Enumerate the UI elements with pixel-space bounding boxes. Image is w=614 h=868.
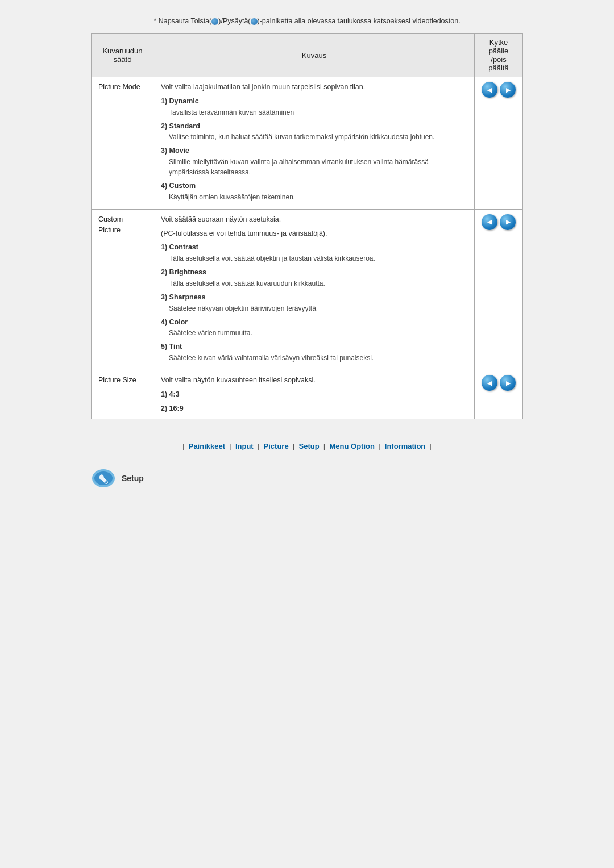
- instruction-text-2: )/Pysäytä(: [218, 17, 250, 25]
- nav-sep-6: |: [430, 442, 432, 450]
- item-title-1-3: 4) Color: [161, 317, 467, 328]
- row-label-0: Picture Mode: [92, 77, 154, 210]
- item-title-0-3: 4) Custom: [161, 181, 467, 191]
- top-instruction: * Napsauta Toista()/Pysäytä()-painiketta…: [91, 17, 523, 25]
- item-desc-1-2: Säätelee näkyvän objektin ääriviivojen t…: [169, 303, 467, 314]
- nav-sep-2: |: [258, 442, 259, 450]
- row-intro-2: Voit valita näytön kuvasuhteen itsellesi…: [161, 375, 467, 386]
- item-desc-0-1: Valitse toiminto, kun haluat säätää kuva…: [169, 132, 467, 142]
- nav-link-setup[interactable]: Setup: [297, 442, 321, 450]
- item-title-1-1: 2) Brightness: [161, 267, 467, 278]
- nav-link-picture[interactable]: Picture: [262, 442, 291, 450]
- item-desc-1-3: Säätelee värien tummuutta.: [169, 328, 467, 338]
- col-header-label: Kuvaruudun säätö: [92, 34, 154, 77]
- row-intro-1: (PC-tulotilassa ei voi tehdä tummuus- ja…: [161, 228, 467, 239]
- row-icons-1: [475, 209, 523, 370]
- row-icons-0: [475, 77, 523, 210]
- row-desc-2: Voit valita näytön kuvasuhteen itsellesi…: [154, 370, 475, 419]
- item-desc-0-0: Tavallista terävämmän kuvan säätäminen: [169, 107, 467, 118]
- nav-link-painikkeet[interactable]: Painikkeet: [186, 442, 227, 450]
- item-title-0-1: 2) Standard: [161, 121, 467, 132]
- item-desc-1-1: Tällä asetuksella voit säätää kuvaruudun…: [169, 278, 467, 289]
- play-dot: [211, 18, 218, 25]
- row-desc-0: Voit valita laajakulmatilan tai jonkin m…: [154, 77, 475, 210]
- btn-prev-0[interactable]: [482, 82, 497, 98]
- item-desc-0-2: Silmille miellyttävän kuvan valinta ja a…: [169, 157, 467, 177]
- item-desc-1-4: Säätelee kuvan väriä vaihtamalla värisäv…: [169, 353, 467, 363]
- main-table: Kuvaruudun säätö Kuvaus Kytke päälle /po…: [91, 33, 523, 419]
- item-title-1-4: 5) Tint: [161, 341, 467, 352]
- setup-section: Setup: [91, 468, 523, 489]
- item-title-0-2: 3) Movie: [161, 145, 467, 156]
- row-intro-0: Voit valita laajakulmatilan tai jonkin m…: [161, 82, 467, 93]
- nav-sep-3: |: [293, 442, 294, 450]
- row-label-2: Picture Size: [92, 370, 154, 419]
- setup-icon: [91, 468, 116, 489]
- stop-dot: [251, 18, 258, 25]
- btn-prev-1[interactable]: [482, 214, 497, 230]
- col-header-title: Kuvaus: [154, 34, 475, 77]
- instruction-text-3: )-painiketta alla olevassa taulukossa ka…: [258, 17, 460, 25]
- item-title-1-0: 1) Contrast: [161, 242, 467, 253]
- nav-link-information[interactable]: Information: [383, 442, 428, 450]
- col-header-action: Kytke päälle /pois päältä: [475, 34, 523, 77]
- nav-link-menu-option[interactable]: Menu Option: [327, 442, 377, 450]
- btn-prev-2[interactable]: [482, 375, 497, 391]
- nav-sep-5: |: [379, 442, 380, 450]
- item-title-2-0: 1) 4:3: [161, 389, 467, 400]
- nav-bar: | Painikkeet | Input | Picture | Setup |…: [91, 442, 523, 450]
- row-icons-2: [475, 370, 523, 419]
- nav-sep-1: |: [229, 442, 231, 450]
- setup-label: Setup: [122, 474, 144, 483]
- row-desc-1: Voit säätää suoraan näytön asetuksia.(PC…: [154, 209, 475, 370]
- row-label-1: Custom Picture: [92, 209, 154, 370]
- svg-point-2: [105, 481, 107, 483]
- btn-next-2[interactable]: [500, 375, 516, 391]
- instruction-text: * Napsauta Toista(: [154, 17, 211, 25]
- item-desc-1-0: Tällä asetuksella voit säätää objektin j…: [169, 253, 467, 264]
- nav-separator: |: [182, 442, 184, 450]
- btn-next-1[interactable]: [500, 214, 516, 230]
- row-intro-1: Voit säätää suoraan näytön asetuksia.: [161, 214, 467, 225]
- btn-next-0[interactable]: [500, 82, 516, 98]
- item-title-0-0: 1) Dynamic: [161, 96, 467, 107]
- item-desc-0-3: Käyttäjän omien kuvasäätöjen tekeminen.: [169, 192, 467, 202]
- item-title-2-1: 2) 16:9: [161, 403, 467, 414]
- nav-link-input[interactable]: Input: [233, 442, 255, 450]
- item-title-1-2: 3) Sharpness: [161, 292, 467, 303]
- nav-sep-4: |: [323, 442, 325, 450]
